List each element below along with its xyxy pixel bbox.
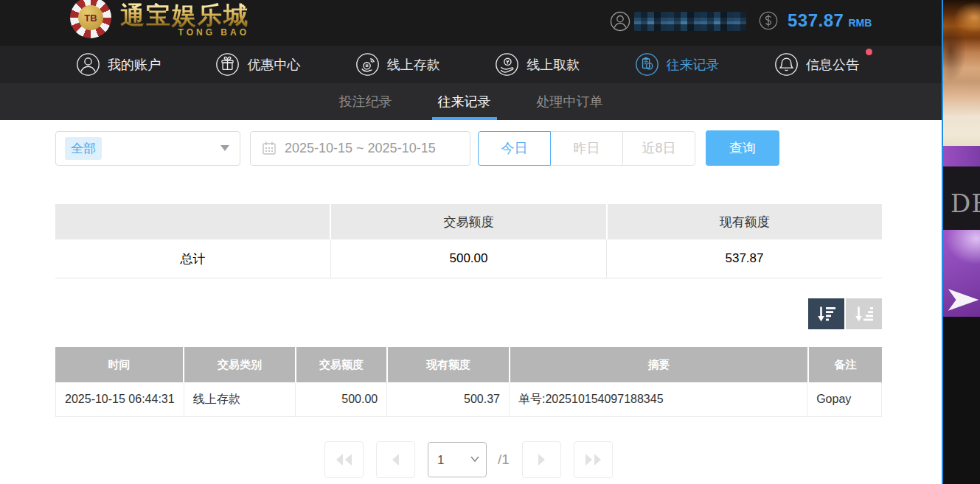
next-page-icon <box>531 452 552 468</box>
top-bar: TB 通宝娱乐城 TONG BAO 537.87 RMB <box>0 0 942 46</box>
nav-label: 我的账户 <box>108 56 161 74</box>
cell-time: 2025-10-15 06:44:31 <box>56 382 184 416</box>
withdraw-icon <box>495 52 519 77</box>
nav-item-announcements[interactable]: 信息公告 <box>774 52 859 77</box>
cell-trade-amount: 500.00 <box>295 382 386 416</box>
first-page-icon <box>334 452 355 468</box>
banner-arrow-icon <box>948 283 980 317</box>
balance-currency: RMB <box>848 13 872 29</box>
notification-dot <box>866 49 872 55</box>
main-nav: 我的账户 优惠中心 线上存款 线上取款 <box>0 46 942 83</box>
summary-table: 交易额度 现有额度 总计 500.00 537.87 <box>55 204 882 278</box>
table-row: 2025-10-15 06:44:31 线上存款 500.00 500.37 单… <box>55 382 882 417</box>
banner-purple-panel <box>943 230 980 317</box>
summary-trade-total: 500.00 <box>330 239 606 278</box>
page-total: /1 <box>498 452 510 468</box>
nav-label: 优惠中心 <box>247 56 300 74</box>
sort-ascending-button[interactable] <box>846 298 882 329</box>
col-summary: 摘要 <box>509 347 807 382</box>
filter-bar: 全部 2025-10-15 ~ 2025-10-15 今日 昨日 近8日 查询 <box>55 130 942 166</box>
record-tabs: 投注纪录 往来记录 处理中订单 <box>0 83 942 120</box>
tab-bet-records[interactable]: 投注纪录 <box>333 83 398 120</box>
nav-label: 线上存款 <box>387 56 440 74</box>
summary-header-trade-amount: 交易额度 <box>330 204 605 239</box>
chip-monogram: TB <box>78 5 103 30</box>
user-avatar-icon <box>609 10 631 32</box>
cell-current-balance: 500.37 <box>386 382 509 416</box>
last-8-days-button[interactable]: 近8日 <box>622 131 695 166</box>
logo-text: 通宝娱乐城 TONG BAO <box>120 3 249 38</box>
balance-amount: 537.87 <box>788 10 844 31</box>
side-banner-strip: DB <box>942 0 980 484</box>
first-page-button[interactable] <box>324 441 364 478</box>
col-current-balance: 现有额度 <box>386 347 509 382</box>
type-selected-chip: 全部 <box>65 137 102 160</box>
col-trade-amount: 交易额度 <box>295 347 386 382</box>
casino-chip-icon: TB <box>70 0 111 38</box>
date-range-text: 2025-10-15 ~ 2025-10-15 <box>285 141 436 156</box>
prev-page-icon <box>386 452 406 468</box>
banner-brand-panel: DB <box>943 166 980 230</box>
balance-display[interactable]: 537.87 RMB <box>758 10 872 31</box>
type-select-dropdown[interactable]: 全部 <box>55 131 240 166</box>
last-page-icon <box>583 452 603 468</box>
summary-header-empty <box>55 204 330 239</box>
yesterday-button[interactable]: 昨日 <box>550 131 623 166</box>
main-content: 全部 2025-10-15 ~ 2025-10-15 今日 昨日 近8日 查询 <box>0 120 942 478</box>
cell-summary: 单号:202510154097188345 <box>509 382 807 416</box>
date-range-picker[interactable]: 2025-10-15 ~ 2025-10-15 <box>250 131 470 166</box>
table-header-row: 时间 交易类别 交易额度 现有额度 摘要 备注 <box>55 347 882 382</box>
sort-descending-icon <box>816 306 836 323</box>
nav-item-transaction-records[interactable]: 往来记录 <box>635 52 720 77</box>
gift-icon <box>215 52 240 77</box>
sort-descending-button[interactable] <box>808 298 844 329</box>
summary-total-label: 总计 <box>55 239 330 278</box>
last-page-button[interactable] <box>574 441 613 478</box>
sort-toolbar <box>55 298 882 329</box>
nav-label: 线上取款 <box>527 56 580 74</box>
col-time: 时间 <box>55 347 183 382</box>
pagination: 1 /1 <box>55 441 882 478</box>
banner-girl-photo <box>943 0 980 146</box>
today-button[interactable]: 今日 <box>478 131 551 166</box>
nav-item-deposit[interactable]: 线上存款 <box>355 52 440 77</box>
tab-pending-orders[interactable]: 处理中订单 <box>531 83 609 120</box>
user-account[interactable] <box>609 10 746 32</box>
cell-remark: Gopay <box>807 382 881 416</box>
dollar-icon <box>758 10 779 31</box>
deposit-icon <box>355 52 380 77</box>
col-trade-type: 交易类别 <box>183 347 295 382</box>
page-select[interactable]: 1 <box>428 442 487 477</box>
summary-header-current-balance: 现有额度 <box>606 204 882 239</box>
summary-balance-total: 537.87 <box>606 239 882 278</box>
cell-trade-type: 线上存款 <box>184 382 296 416</box>
banner-brand-letters: DB <box>951 189 980 218</box>
transactions-table: 时间 交易类别 交易额度 现有额度 摘要 备注 2025-10-15 06:44… <box>55 347 882 417</box>
bell-icon <box>774 52 799 77</box>
records-icon <box>635 52 659 77</box>
summary-total-row: 总计 500.00 537.87 <box>55 239 882 278</box>
logo-title: 通宝娱乐城 <box>120 3 249 29</box>
banner-purple-band <box>943 146 980 166</box>
nav-item-my-account[interactable]: 我的账户 <box>76 52 161 77</box>
next-page-button[interactable] <box>522 441 561 478</box>
summary-header-row: 交易额度 现有额度 <box>55 204 882 239</box>
quick-date-group: 今日 昨日 近8日 <box>478 131 695 166</box>
calendar-icon <box>262 141 277 155</box>
user-icon <box>76 52 100 77</box>
col-remark: 备注 <box>807 347 882 382</box>
banner-roulette-photo <box>943 317 980 484</box>
nav-label: 信息公告 <box>806 56 859 74</box>
chevron-down-icon <box>220 145 229 151</box>
nav-item-withdraw[interactable]: 线上取款 <box>495 52 580 77</box>
username-redacted <box>634 12 746 31</box>
sort-ascending-icon <box>854 306 874 323</box>
prev-page-button[interactable] <box>376 441 415 478</box>
tab-transaction-records[interactable]: 往来记录 <box>432 83 497 120</box>
page-select-wrap: 1 <box>428 442 487 477</box>
nav-item-promotions[interactable]: 优惠中心 <box>215 52 300 77</box>
nav-label: 往来记录 <box>667 56 720 74</box>
site-logo[interactable]: TB 通宝娱乐城 TONG BAO <box>70 0 249 38</box>
query-button[interactable]: 查询 <box>706 130 779 166</box>
